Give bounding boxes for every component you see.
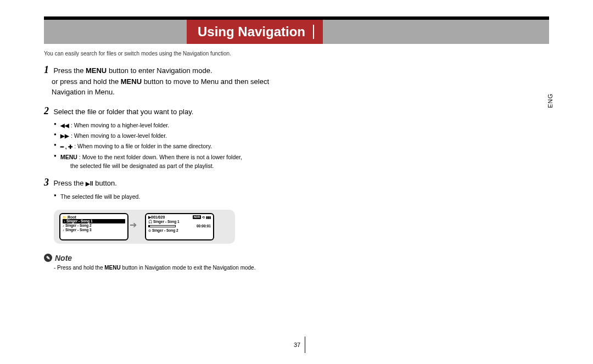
lcd-left: 📁 Root ♪Singer - Song 1 ♪Singer - Song 2… — [59, 213, 128, 240]
page-number: 37 — [294, 337, 305, 353]
repeat-icon: ⟲ — [202, 215, 205, 219]
eq-badge: NOR — [193, 215, 201, 219]
step-number: 2 — [44, 105, 49, 116]
text: Singer - Song 3 — [65, 228, 92, 232]
page-content: Using Navigation ENG You can easily sear… — [44, 16, 549, 271]
text: button to move to Menu and then select — [142, 77, 269, 86]
time-counter: 00:00:01 — [197, 224, 211, 228]
step-3: 3 Press the ▶II button. The selected fil… — [44, 177, 335, 202]
text: Singer - Song 2 — [152, 228, 178, 232]
page-divider — [305, 337, 305, 353]
text: or press and hold the — [52, 77, 121, 86]
lcd-row: ♪Singer - Song 3 — [63, 228, 125, 232]
lcd-header: 📁 Root — [63, 215, 125, 219]
step-text: Select the file or folder that you want … — [53, 108, 193, 116]
text: : When moving to a file or folder in the… — [74, 143, 212, 149]
header-gray-bar: Using Navigation — [44, 20, 549, 44]
text: Press the — [53, 179, 86, 187]
text: : When moving to a lower-level folder. — [71, 132, 167, 139]
bullet-item: MENU : Move to the next folder down. Whe… — [54, 152, 335, 163]
bullet-item: ◀◀ : When moving to a higher-level folde… — [54, 120, 335, 131]
lcd-right: ▶001/020 NOR ⟲ ▮▮▮ 🎧Singer - Song 1 00:0… — [145, 213, 214, 240]
bullet-list: The selected file will be played. — [54, 192, 335, 202]
intro-text: You can easily search for files or switc… — [44, 51, 549, 57]
bullet-item: ━ , ✚ : When moving to a file or folder … — [54, 141, 335, 152]
rewind-icon: ◀◀ — [60, 121, 69, 131]
step-number: 3 — [44, 177, 49, 188]
note-heading: ✎ Note — [44, 254, 335, 262]
lcd-header: ▶001/020 NOR ⟲ ▮▮▮ — [148, 215, 211, 220]
step-text: Press the MENU button to enter Navigatio… — [44, 66, 269, 96]
note-icon: ✎ — [44, 254, 52, 262]
step-2: 2 Select the file or folder that you wan… — [44, 105, 335, 169]
folder-icon: 📁 — [63, 215, 66, 219]
note-text: - Press and hold the MENU button in Navi… — [54, 265, 335, 271]
lcd-row: ⊙Singer - Song 2 — [148, 228, 211, 233]
section-header: Using Navigation — [44, 16, 549, 44]
text: or press and hold the MENU button to mov… — [52, 76, 269, 98]
text: : Move to the next folder down. When the… — [77, 154, 242, 160]
lcd-row-selected: ♪Singer - Song 1 — [63, 219, 125, 223]
headphone-icon: 🎧 — [148, 220, 152, 223]
steps-content: 1 Press the MENU button to enter Navigat… — [44, 64, 335, 271]
text: Singer - Song 1 — [66, 219, 93, 223]
step-1: 1 Press the MENU button to enter Navigat… — [44, 64, 335, 98]
menu-bold: MENU — [86, 66, 107, 75]
lcd-screens: 📁 Root ♪Singer - Song 1 ♪Singer - Song 2… — [54, 210, 235, 244]
status-icons: NOR ⟲ ▮▮▮ — [193, 215, 211, 219]
text: Press the — [53, 66, 86, 75]
bullet-item: ▶▶ : When moving to a lower-level folder… — [54, 131, 335, 141]
step-text: Press the ▶II button. — [53, 179, 116, 187]
note-label: Note — [55, 254, 72, 262]
text: button to enter Navigation mode. — [107, 66, 212, 75]
menu-bold: MENU — [121, 77, 142, 86]
arrow-icon: ➔ — [130, 220, 137, 230]
menu-bold: MENU — [104, 265, 120, 271]
note-block: ✎ Note - Press and hold the MENU button … — [44, 254, 335, 271]
page-number-value: 37 — [294, 341, 300, 348]
menu-bold: MENU — [60, 154, 77, 160]
bullet-continuation: the selected file will be designated as … — [70, 163, 335, 169]
bullet-item: The selected file will be played. — [54, 192, 335, 202]
text: - Press and hold the — [54, 265, 104, 271]
step-number: 1 — [44, 64, 49, 75]
text: Navigation in Menu. — [52, 88, 115, 96]
bullet-list: ◀◀ : When moving to a higher-level folde… — [54, 120, 335, 163]
lcd-title: Root — [68, 215, 76, 219]
play-pause-icon: ▶II — [86, 180, 93, 188]
language-tab: ENG — [547, 93, 553, 108]
text: : When moving to a higher-level folder. — [71, 122, 169, 128]
minus-plus-icon: ━ , ✚ — [60, 142, 72, 152]
text: button. — [93, 179, 117, 187]
note-icon: ♪ — [63, 224, 64, 227]
header-title: Using Navigation — [187, 20, 323, 44]
clock-icon: ⊙ — [148, 228, 151, 232]
forward-icon: ▶▶ — [60, 131, 69, 141]
track-counter: ▶001/020 — [148, 215, 165, 220]
text: Singer - Song 2 — [65, 223, 92, 227]
text: button in Navigation mode to exit the Na… — [121, 265, 256, 271]
note-icon: ♪ — [63, 228, 64, 232]
lcd-row: 🎧Singer - Song 1 — [148, 220, 211, 224]
note-icon: ♪ — [64, 220, 65, 223]
lcd-row: 00:00:01 — [148, 224, 211, 228]
text: Singer - Song 1 — [153, 220, 180, 223]
lcd-row: ♪Singer - Song 2 — [63, 223, 125, 228]
battery-icon: ▮▮▮ — [206, 215, 211, 219]
progress-bar — [148, 225, 176, 227]
